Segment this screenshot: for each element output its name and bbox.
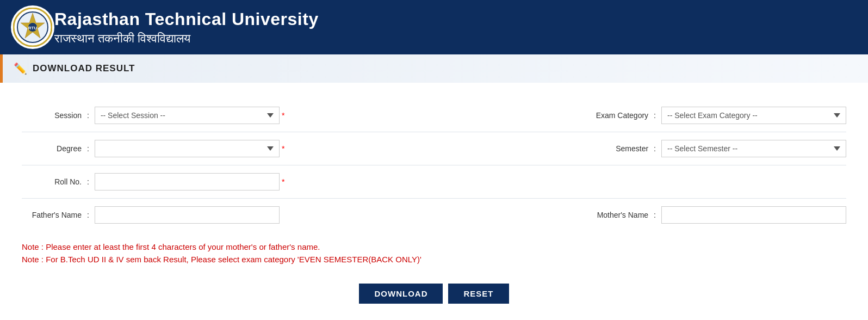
exam-category-colon: : bbox=[654, 111, 656, 120]
form-row-session: Session : -- Select Session -- * Exam Ca… bbox=[22, 99, 846, 132]
mother-name-label: Mother's Name bbox=[578, 211, 648, 219]
semester-select[interactable]: -- Select Semester -- bbox=[661, 140, 846, 157]
exam-category-select[interactable]: -- Select Exam Category -- bbox=[661, 107, 846, 124]
rollno-group: Roll No. : * bbox=[22, 173, 434, 190]
father-name-group: Father's Name : bbox=[22, 206, 434, 224]
exam-category-group: Exam Category : -- Select Exam Category … bbox=[434, 107, 846, 124]
university-logo: RTU bbox=[11, 5, 54, 49]
form-container: Session : -- Select Session -- * Exam Ca… bbox=[0, 94, 868, 237]
notes-area: Note : Please enter at least the first 4… bbox=[0, 237, 868, 273]
rollno-colon: : bbox=[87, 177, 89, 186]
semester-group: Semester : -- Select Semester -- bbox=[434, 140, 846, 157]
header-text: Rajasthan Technical University राजस्थान … bbox=[54, 9, 319, 46]
buttons-area: DOWNLOAD RESET bbox=[0, 273, 868, 309]
degree-colon: : bbox=[87, 144, 89, 153]
degree-required: * bbox=[282, 144, 284, 153]
father-name-label: Father's Name bbox=[22, 211, 82, 219]
rollno-required: * bbox=[282, 177, 284, 186]
session-group: Session : -- Select Session -- * bbox=[22, 107, 434, 124]
reset-button[interactable]: RESET bbox=[448, 284, 509, 304]
section-title: DOWNLOAD RESULT bbox=[33, 63, 135, 74]
note-1: Note : Please enter at least the first 4… bbox=[22, 242, 846, 251]
semester-colon: : bbox=[654, 144, 656, 153]
session-label: Session bbox=[22, 111, 82, 120]
exam-category-label: Exam Category bbox=[578, 111, 648, 120]
father-name-colon: : bbox=[87, 211, 89, 219]
mother-name-input[interactable] bbox=[661, 206, 846, 224]
note-2: Note : For B.Tech UD II & IV sem back Re… bbox=[22, 255, 846, 264]
svg-text:RTU: RTU bbox=[28, 26, 38, 30]
rollno-label: Roll No. bbox=[22, 177, 82, 186]
session-select[interactable]: -- Select Session -- bbox=[95, 107, 280, 124]
section-header: ✏️ DOWNLOAD RESULT bbox=[0, 54, 868, 83]
form-row-names: Father's Name : Mother's Name : bbox=[22, 199, 846, 231]
download-button[interactable]: DOWNLOAD bbox=[359, 284, 443, 304]
father-name-input[interactable] bbox=[95, 206, 280, 224]
mother-name-colon: : bbox=[654, 211, 656, 219]
degree-select[interactable] bbox=[95, 140, 280, 157]
edit-icon: ✏️ bbox=[14, 62, 27, 75]
rollno-input[interactable] bbox=[95, 173, 280, 190]
degree-group: Degree : * bbox=[22, 140, 434, 157]
mother-name-group: Mother's Name : bbox=[434, 206, 846, 224]
university-name-hindi: राजस्थान तकनीकी विश्वविद्यालय bbox=[54, 32, 319, 46]
degree-label: Degree bbox=[22, 144, 82, 153]
form-row-rollno: Roll No. : * bbox=[22, 165, 846, 199]
session-required: * bbox=[282, 111, 284, 120]
session-colon: : bbox=[87, 111, 89, 120]
main-content: ✏️ DOWNLOAD RESULT Session : -- Select S… bbox=[0, 54, 868, 320]
page-header: RTU Rajasthan Technical University राजस्… bbox=[0, 0, 868, 54]
university-name-english: Rajasthan Technical University bbox=[54, 9, 319, 29]
form-row-degree: Degree : * Semester : -- Select Semester… bbox=[22, 132, 846, 165]
semester-label: Semester bbox=[578, 144, 648, 153]
